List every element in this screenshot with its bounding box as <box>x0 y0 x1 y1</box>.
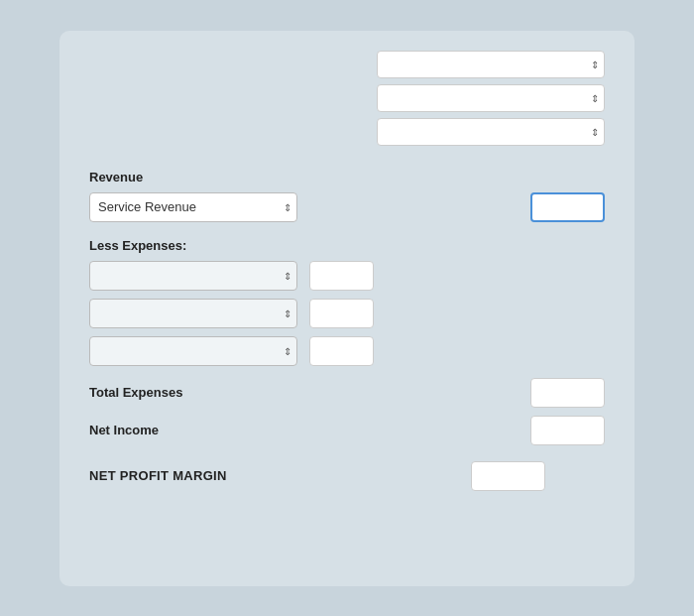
summary-section: Total Expenses Net Income <box>89 378 605 445</box>
expense-select-wrapper-1 <box>89 261 297 291</box>
top-select-3[interactable] <box>377 118 605 146</box>
top-select-1[interactable] <box>377 51 605 78</box>
top-select-row-3 <box>377 118 605 146</box>
top-select-row-2 <box>377 84 605 112</box>
revenue-label: Revenue <box>89 170 605 185</box>
npm-section: NET PROFIT MARGIN <box>89 461 605 491</box>
net-income-label: Net Income <box>89 423 288 437</box>
top-select-wrapper-3 <box>377 118 605 146</box>
expense-select-1[interactable] <box>89 261 297 291</box>
expense-select-2[interactable] <box>89 299 297 328</box>
main-card: Revenue Service Revenue Product Revenue … <box>59 31 635 586</box>
npm-input[interactable] <box>471 461 545 491</box>
total-expenses-label: Total Expenses <box>89 385 288 400</box>
expense-input-2[interactable] <box>309 299 374 328</box>
expense-select-wrapper-2 <box>89 299 297 328</box>
revenue-select-wrapper: Service Revenue Product Revenue Other Re… <box>89 192 297 222</box>
top-selects-area <box>89 51 605 146</box>
top-select-row-1 <box>377 51 605 78</box>
expenses-label: Less Expenses: <box>89 238 605 253</box>
revenue-section: Revenue Service Revenue Product Revenue … <box>89 170 605 222</box>
net-income-row: Net Income <box>89 416 605 445</box>
revenue-input[interactable] <box>530 192 605 222</box>
total-expenses-input[interactable] <box>530 378 605 408</box>
expense-select-3[interactable] <box>89 336 297 366</box>
expense-select-wrapper-3 <box>89 336 297 366</box>
revenue-row: Service Revenue Product Revenue Other Re… <box>89 192 605 222</box>
revenue-select[interactable]: Service Revenue Product Revenue Other Re… <box>89 192 297 222</box>
expense-input-3[interactable] <box>309 336 374 366</box>
expense-row-3 <box>89 336 605 366</box>
expense-row-2 <box>89 299 605 328</box>
top-select-2[interactable] <box>377 84 605 112</box>
expense-row-1 <box>89 261 605 291</box>
top-select-wrapper-2 <box>377 84 605 112</box>
top-select-wrapper-1 <box>377 51 605 78</box>
expense-input-1[interactable] <box>309 261 374 291</box>
net-income-input[interactable] <box>530 416 605 445</box>
npm-label: NET PROFIT MARGIN <box>89 468 227 483</box>
total-expenses-row: Total Expenses <box>89 378 605 408</box>
expenses-section: Less Expenses: <box>89 238 605 366</box>
